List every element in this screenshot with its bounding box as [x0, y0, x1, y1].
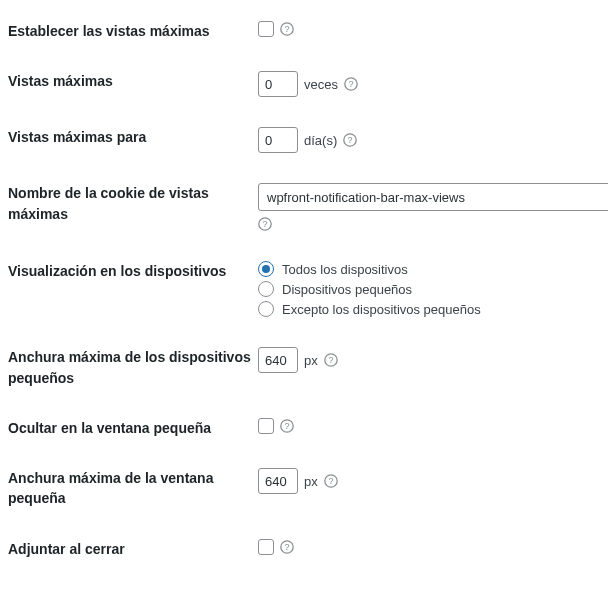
row-max-views: Vistas máximas veces [8, 56, 600, 112]
suffix-max-views: veces [304, 77, 338, 92]
label-set-max-views: Establecer las vistas máximas [8, 21, 258, 41]
label-attach-on-close: Adjuntar al cerrar [8, 539, 258, 559]
row-hide-small-window: Ocultar en la ventana pequeña [8, 403, 600, 453]
checkbox-attach-on-close[interactable] [258, 539, 274, 555]
radio-option-except-small-devices[interactable]: Excepto los dispositivos pequeños [258, 301, 481, 317]
radio-label: Todos los dispositivos [282, 262, 408, 277]
radio-all-devices[interactable] [258, 261, 274, 277]
checkbox-set-max-views[interactable] [258, 21, 274, 37]
row-display-devices: Visualización en los dispositivos Todos … [8, 246, 600, 332]
suffix-max-views-for: día(s) [304, 133, 337, 148]
input-max-views[interactable] [258, 71, 298, 97]
help-icon[interactable] [258, 217, 272, 231]
label-small-device-width: Anchura máxima de los dispositivos peque… [8, 347, 258, 388]
input-max-views-for[interactable] [258, 127, 298, 153]
suffix-px: px [304, 353, 318, 368]
label-small-window-width: Anchura máxima de la ventana pequeña [8, 468, 258, 509]
row-set-max-views: Establecer las vistas máximas [8, 6, 600, 56]
label-display-devices: Visualización en los dispositivos [8, 261, 258, 281]
help-icon[interactable] [343, 133, 357, 147]
row-small-device-width: Anchura máxima de los dispositivos peque… [8, 332, 600, 403]
help-icon[interactable] [280, 540, 294, 554]
row-attach-on-close: Adjuntar al cerrar [8, 524, 600, 574]
radio-option-all-devices[interactable]: Todos los dispositivos [258, 261, 408, 277]
help-icon[interactable] [280, 22, 294, 36]
help-icon[interactable] [280, 419, 294, 433]
label-hide-small-window: Ocultar en la ventana pequeña [8, 418, 258, 438]
input-small-window-width[interactable] [258, 468, 298, 494]
input-small-device-width[interactable] [258, 347, 298, 373]
radio-small-devices[interactable] [258, 281, 274, 297]
suffix-px: px [304, 474, 318, 489]
label-max-views: Vistas máximas [8, 71, 258, 91]
label-cookie-name: Nombre de la cookie de vistas máximas [8, 183, 258, 224]
row-cookie-name: Nombre de la cookie de vistas máximas [8, 168, 600, 246]
help-icon[interactable] [344, 77, 358, 91]
radio-option-small-devices[interactable]: Dispositivos pequeños [258, 281, 412, 297]
label-max-views-for: Vistas máximas para [8, 127, 258, 147]
help-icon[interactable] [324, 353, 338, 367]
radio-label: Dispositivos pequeños [282, 282, 412, 297]
row-small-window-width: Anchura máxima de la ventana pequeña px [8, 453, 600, 524]
help-icon[interactable] [324, 474, 338, 488]
checkbox-hide-small-window[interactable] [258, 418, 274, 434]
radio-label: Excepto los dispositivos pequeños [282, 302, 481, 317]
input-cookie-name[interactable] [258, 183, 608, 211]
row-max-views-for: Vistas máximas para día(s) [8, 112, 600, 168]
radio-except-small-devices[interactable] [258, 301, 274, 317]
